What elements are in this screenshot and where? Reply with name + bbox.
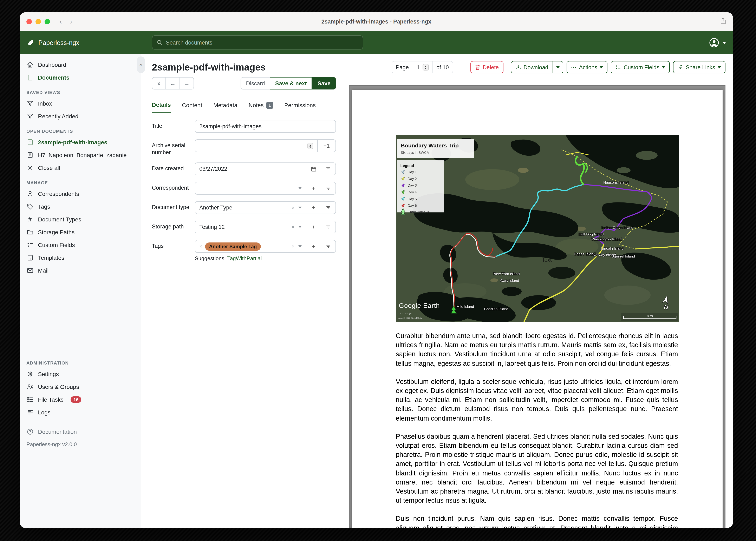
date-filter-button[interactable] [321, 163, 336, 175]
save-button[interactable]: Save [312, 77, 336, 90]
actions-button[interactable]: ⋯ Actions [566, 61, 608, 73]
map-credit: © 2017 Google [398, 312, 412, 314]
app-window: ‹ › 2sample-pdf-with-images - Paperless-… [20, 12, 733, 528]
correspondent-filter-button[interactable] [321, 182, 336, 195]
sidebar-item-label: Correspondents [38, 190, 79, 197]
tab-permissions[interactable]: Permissions [284, 101, 316, 113]
sidebar-item-label: Document Types [38, 216, 81, 223]
funnel-icon [26, 113, 33, 120]
tab-notes[interactable]: Notes1 [249, 101, 273, 113]
three-dots-icon: ⋯ [571, 64, 576, 71]
sidebar-item-settings[interactable]: Settings [20, 367, 141, 380]
sidebar-item-file-tasks[interactable]: File Tasks 16 [20, 393, 141, 406]
asn-next-button[interactable]: +1 [318, 139, 336, 152]
asn-input[interactable]: ▲▼ [195, 139, 318, 152]
storage-path-label: Storage path [152, 221, 195, 234]
next-document-button[interactable]: → [180, 77, 194, 90]
remove-tag-icon[interactable]: × [199, 243, 202, 250]
tab-details[interactable]: Details [152, 101, 171, 113]
page-title: 2sample-pdf-with-images [152, 62, 266, 73]
sidebar-item-close-all[interactable]: Close all [20, 161, 141, 174]
sidebar-item-storage-paths[interactable]: Storage Paths [20, 226, 141, 238]
calendar-button[interactable] [306, 163, 321, 175]
sidebar-item-dashboard[interactable]: Dashboard [20, 58, 141, 71]
sidebar-item-logs[interactable]: Logs [20, 406, 141, 418]
tags-select[interactable]: × Another Sample Tag × [195, 240, 306, 253]
share-links-button[interactable]: Share Links [673, 61, 725, 73]
tab-metadata[interactable]: Metadata [213, 101, 237, 113]
search-input[interactable]: Search documents [152, 35, 363, 50]
sidebar-item-document-types[interactable]: # Document Types [20, 213, 141, 226]
map-image: Hausons Island New York Island Gary Isla… [396, 135, 679, 322]
document-paragraph: Curabitur bibendum ante urna, sed blandi… [396, 331, 678, 368]
save-next-button[interactable]: Save & next [270, 77, 312, 90]
correspondent-add-button[interactable]: + [306, 182, 321, 195]
share-icon[interactable] [720, 17, 726, 26]
page-stepper[interactable]: ▲▼ [423, 64, 429, 71]
map-scale-bar: 3 mi [621, 313, 678, 321]
tags-filter-button[interactable] [321, 240, 336, 253]
document-type-filter-button[interactable] [321, 201, 336, 214]
filter-icon [326, 166, 331, 172]
storage-path-add-button[interactable]: + [306, 221, 321, 234]
sidebar-item-label: Documents [38, 74, 69, 81]
discard-button[interactable]: Discard [241, 77, 270, 90]
sidebar-item-open-doc-2[interactable]: H7_Napoleon_Bonaparte_zadanie [20, 149, 141, 161]
tag-chip[interactable]: Another Sample Tag [205, 242, 261, 251]
document-type-select[interactable]: Another Type × [195, 201, 306, 214]
sidebar-item-inbox[interactable]: Inbox [20, 97, 141, 110]
page-label: Page [392, 61, 412, 73]
correspondent-label: Correspondent [152, 182, 195, 195]
minimize-window-button[interactable] [35, 19, 41, 24]
app-version: Paperless-ngx v2.0.0 [20, 438, 141, 451]
asn-stepper[interactable]: ▲▼ [307, 143, 313, 149]
browser-back-button[interactable]: ‹ [59, 18, 62, 26]
close-document-button[interactable]: x [152, 77, 166, 90]
sidebar-item-tags[interactable]: Tags [20, 200, 141, 213]
date-created-input[interactable]: 03/27/2022 [195, 163, 306, 175]
calendar-icon [311, 166, 316, 172]
sidebar-collapse-button[interactable]: « [137, 57, 145, 73]
sidebar-item-correspondents[interactable]: Correspondents [20, 187, 141, 200]
sidebar-item-recently-added[interactable]: Recently Added [20, 110, 141, 123]
clear-icon: × [292, 243, 295, 250]
tags-add-button[interactable]: + [306, 240, 321, 253]
asn-field-label: Archive serial number [152, 139, 195, 156]
pdf-viewer-frame[interactable]: Hausons Island New York Island Gary Isla… [349, 85, 725, 528]
browser-forward-button[interactable]: › [70, 18, 72, 26]
delete-button[interactable]: Delete [470, 61, 503, 73]
sidebar-item-label: Mail [38, 267, 48, 273]
storage-path-filter-button[interactable] [321, 221, 336, 234]
close-window-button[interactable] [26, 19, 32, 24]
custom-fields-button[interactable]: Custom Fields [611, 61, 670, 73]
previous-document-button[interactable]: ← [166, 77, 180, 90]
download-button[interactable]: Download [511, 61, 553, 73]
download-options-button[interactable] [553, 61, 563, 73]
sidebar-item-documents[interactable]: Documents [20, 71, 141, 84]
document-paragraph: Phasellus dapibus quam a hendrerit place… [396, 432, 678, 505]
sidebar-item-templates[interactable]: Templates [20, 251, 141, 264]
sidebar-item-label: Templates [38, 254, 64, 261]
text-lines-icon [26, 409, 33, 416]
zoom-window-button[interactable] [45, 19, 50, 24]
suggestion-tag-link[interactable]: TagWithPartial [227, 255, 262, 262]
correspondent-select[interactable] [195, 182, 306, 195]
sidebar-item-custom-fields[interactable]: Custom Fields [20, 238, 141, 251]
sidebar-item-label: Close all [38, 164, 60, 171]
sidebar-item-mail[interactable]: Mail [20, 264, 141, 277]
sidebar-item-label: H7_Napoleon_Bonaparte_zadanie [38, 152, 127, 158]
tab-content[interactable]: Content [182, 101, 202, 113]
link-icon [677, 64, 683, 70]
page-number-input[interactable]: 1 ▲▼ [412, 61, 433, 73]
sidebar-section-administration: ADMINISTRATION [20, 354, 141, 367]
title-input[interactable]: 2sample-pdf-with-images [195, 120, 336, 133]
sidebar-item-open-doc-1[interactable]: 2sample-pdf-with-images [20, 136, 141, 149]
sidebar-item-documentation[interactable]: Documentation [20, 425, 141, 438]
app-brand[interactable]: Paperless-ngx [26, 39, 79, 47]
sidebar-item-users-groups[interactable]: Users & Groups [20, 380, 141, 393]
user-menu-button[interactable] [709, 38, 726, 48]
edit-tabs: Details Content Metadata Notes1 Permissi… [152, 96, 336, 113]
storage-path-select[interactable]: Testing 12 × [195, 221, 306, 234]
document-type-add-button[interactable]: + [306, 201, 321, 214]
user-avatar-icon [709, 38, 719, 48]
